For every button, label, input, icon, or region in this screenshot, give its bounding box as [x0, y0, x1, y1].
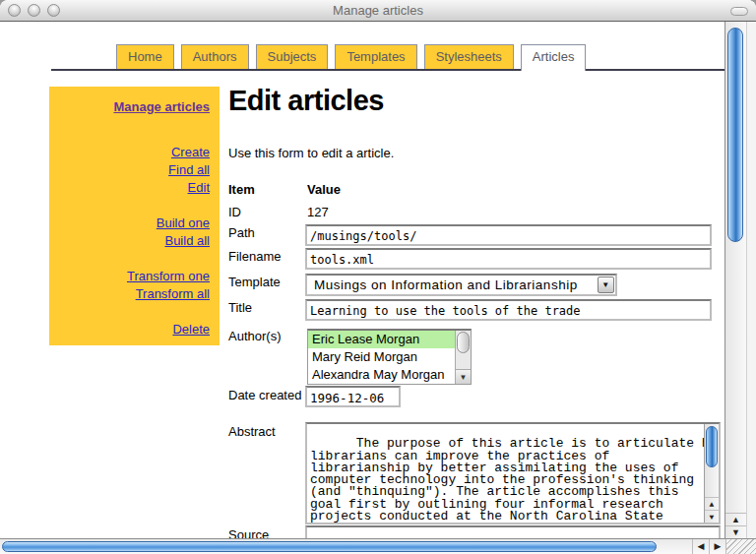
- intro-text: Use this form to edit a article.: [228, 146, 394, 160]
- page-content: Home Authors Subjects Templates Styleshe…: [0, 22, 724, 538]
- window-title: Manage articles: [0, 0, 756, 21]
- date-created-input[interactable]: 1996-12-06: [305, 386, 401, 407]
- toolbar-toggle-icon[interactable]: [730, 7, 748, 16]
- authors-listbox[interactable]: Eric Lease Morgan Mary Reid Morgan Alexa…: [307, 329, 472, 385]
- scroll-left-icon[interactable]: ◀: [692, 539, 709, 554]
- tab-bar: Home Authors Subjects Templates Styleshe…: [116, 44, 586, 69]
- browser-window: Manage articles Home Authors Subjects Te…: [0, 0, 756, 554]
- sidebar-item-edit[interactable]: Edit: [49, 179, 210, 197]
- authors-option[interactable]: Mary Reid Morgan: [308, 348, 455, 366]
- authors-scrollbar[interactable]: ▼: [455, 331, 471, 384]
- sidebar-item-transform-all[interactable]: Transform all: [49, 285, 210, 303]
- sidebar: Manage articles Create Find all Edit Bui…: [49, 87, 220, 345]
- id-label: ID: [228, 205, 303, 219]
- abstract-label: Abstract: [228, 424, 303, 439]
- tab-home[interactable]: Home: [116, 44, 174, 69]
- sidebar-item-create[interactable]: Create: [49, 144, 210, 161]
- title-bar[interactable]: Manage articles: [0, 0, 756, 22]
- title-input[interactable]: Learning to use the tools of the trade: [305, 299, 712, 321]
- path-label: Path: [228, 225, 303, 240]
- sidebar-item-find-all[interactable]: Find all: [49, 161, 210, 179]
- filename-input[interactable]: tools.xml: [305, 248, 712, 270]
- template-label: Template: [228, 275, 303, 289]
- sidebar-item-manage-articles[interactable]: Manage articles: [49, 98, 210, 116]
- tab-articles[interactable]: Articles: [521, 44, 587, 71]
- scroll-right-icon[interactable]: ▶: [709, 539, 725, 554]
- tab-subjects[interactable]: Subjects: [256, 44, 329, 69]
- horizontal-scrollbar[interactable]: ◀ ▶: [0, 538, 756, 554]
- window-controls: [8, 4, 60, 17]
- scroll-down-icon[interactable]: ▼: [725, 525, 746, 538]
- source-textarea[interactable]: This article also appears in Eric Lease …: [305, 525, 721, 538]
- sidebar-item-transform-one[interactable]: Transform one: [49, 268, 210, 285]
- horizontal-scrollbar-thumb[interactable]: [2, 541, 657, 552]
- path-input[interactable]: /musings/tools/: [305, 224, 712, 246]
- resize-grip[interactable]: [725, 539, 756, 554]
- sidebar-item-delete[interactable]: Delete: [49, 321, 210, 339]
- tab-divider: [51, 69, 724, 71]
- authors-label: Author(s): [228, 329, 303, 343]
- authors-option[interactable]: Alexandra May Morgan: [308, 366, 455, 384]
- item-column-header: Item: [228, 182, 303, 197]
- window-right-edge: [746, 22, 756, 538]
- abstract-scrollbar[interactable]: ▲ ▼: [704, 424, 719, 523]
- sidebar-group-delete: Delete: [49, 321, 210, 339]
- tab-templates[interactable]: Templates: [335, 44, 416, 69]
- authors-scrollbar-thumb[interactable]: [457, 332, 470, 353]
- sidebar-group-transform: Transform one Transform all: [49, 268, 210, 303]
- sidebar-group-build: Build one Build all: [49, 215, 210, 250]
- date-created-label: Date created: [228, 388, 303, 402]
- abstract-text: The purpose of this article is to articu…: [310, 436, 721, 524]
- template-selected-value: Musings on Information and Librarianship: [314, 277, 578, 292]
- scroll-up-icon[interactable]: ▲: [725, 513, 746, 525]
- abstract-textarea[interactable]: The purpose of this article is to articu…: [305, 422, 721, 524]
- title-label: Title: [228, 300, 303, 315]
- close-icon[interactable]: [8, 4, 21, 17]
- abstract-scroll-up-icon[interactable]: ▲: [705, 497, 719, 510]
- tab-stylesheets[interactable]: Stylesheets: [424, 44, 514, 69]
- zoom-icon[interactable]: [47, 4, 60, 17]
- minimize-icon[interactable]: [28, 4, 40, 17]
- filename-label: Filename: [228, 249, 303, 264]
- vertical-scrollbar[interactable]: ▲ ▼: [724, 22, 746, 538]
- abstract-scroll-down-icon[interactable]: ▼: [705, 510, 719, 523]
- vertical-scrollbar-thumb[interactable]: [727, 28, 743, 242]
- template-select[interactable]: Musings on Information and Librarianship…: [305, 274, 617, 296]
- sidebar-group-crud: Create Find all Edit: [49, 144, 210, 197]
- page-title: Edit articles: [228, 85, 384, 117]
- sidebar-item-build-all[interactable]: Build all: [49, 232, 210, 250]
- tab-authors[interactable]: Authors: [181, 44, 249, 69]
- abstract-scrollbar-thumb[interactable]: [706, 426, 718, 467]
- id-value: 127: [307, 205, 329, 219]
- source-label: Source: [228, 527, 303, 538]
- authors-option-selected[interactable]: Eric Lease Morgan: [308, 331, 455, 348]
- value-column-header: Value: [307, 182, 341, 197]
- chevron-down-icon[interactable]: ▼: [598, 277, 614, 293]
- authors-scroll-down-icon[interactable]: ▼: [456, 369, 471, 384]
- sidebar-item-build-one[interactable]: Build one: [49, 215, 210, 232]
